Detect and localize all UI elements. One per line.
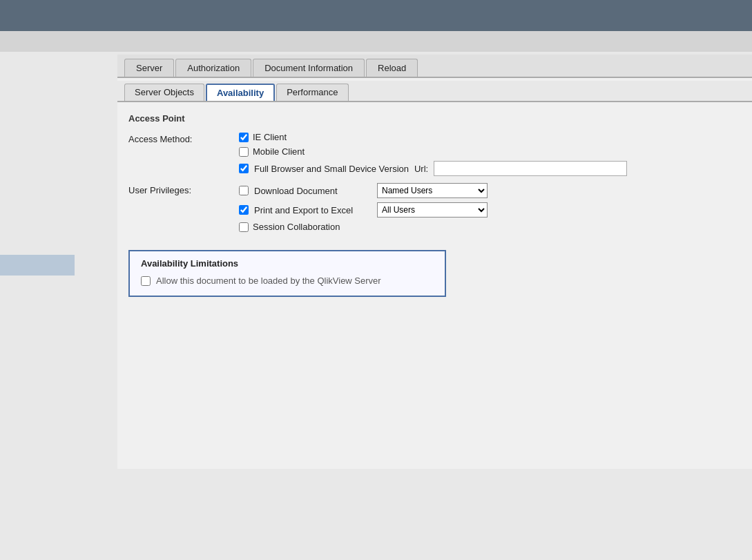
url-label: Url: [414,164,428,174]
tab-reload[interactable]: Reload [366,59,418,77]
print-export-label: Print and Export to Excel [254,205,372,215]
mobile-client-checkbox[interactable] [239,147,249,157]
main-panel: Server Authorization Document Informatio… [117,55,752,469]
tab-performance[interactable]: Performance [276,84,348,101]
avail-allow-label: Allow this document to be loaded by the … [156,276,381,286]
session-collab-label: Session Collaboration [253,222,340,232]
full-browser-checkbox[interactable] [239,164,249,173]
access-method-label: Access Method: [128,132,239,144]
tab-authorization[interactable]: Authorization [175,59,251,77]
left-panel [0,55,117,469]
session-collab-row: Session Collaboration [239,222,488,232]
left-panel-highlight [0,255,75,276]
access-method-controls: IE Client Mobile Client Full Browser and… [239,132,627,176]
download-document-select[interactable]: Named Users All Users No Users [377,183,488,198]
mobile-client-row: Mobile Client [239,146,627,157]
mobile-client-label: Mobile Client [253,146,305,157]
ie-client-row: IE Client [239,132,627,142]
access-point-section: Access Point Access Method: IE Client Mo… [128,113,741,232]
tab-row-1: Server Authorization Document Informatio… [117,55,752,78]
print-export-checkbox[interactable] [239,205,249,215]
full-browser-label: Full Browser and Small Device Version [254,164,409,174]
availability-limitations-box: Availability Limitations Allow this docu… [128,250,446,297]
user-privileges-controls: Download Document Named Users All Users … [239,183,488,232]
ie-client-checkbox[interactable] [239,133,249,142]
access-method-row: Access Method: IE Client Mobile Client [128,132,741,176]
download-document-checkbox[interactable] [239,186,249,195]
availability-limitations-header: Availability Limitations [141,258,434,269]
session-collab-checkbox[interactable] [239,222,249,232]
avail-allow-checkbox[interactable] [141,276,151,286]
tab-availability[interactable]: Availability [206,84,275,101]
tab-server[interactable]: Server [124,59,174,77]
access-point-header: Access Point [128,113,741,124]
url-input[interactable] [434,161,627,176]
second-bar [0,31,752,52]
tab-row-2: Server Objects Availability Performance [117,81,752,102]
download-document-row: Download Document Named Users All Users … [239,183,488,198]
download-document-label: Download Document [254,186,372,196]
print-export-select[interactable]: All Users Named Users No Users [377,202,488,218]
tab-document-information[interactable]: Document Information [253,59,365,77]
user-privileges-row: User Privileges: Download Document Named… [128,183,741,232]
top-bar [0,0,752,31]
full-browser-row: Full Browser and Small Device Version Ur… [239,161,627,176]
tab-content: Access Point Access Method: IE Client Mo… [117,102,752,308]
print-export-row: Print and Export to Excel All Users Name… [239,202,488,218]
avail-allow-row: Allow this document to be loaded by the … [141,276,434,286]
content-area: Server Authorization Document Informatio… [0,55,752,469]
user-privileges-label: User Privileges: [128,183,239,195]
ie-client-label: IE Client [253,132,287,142]
tab-server-objects[interactable]: Server Objects [124,84,204,101]
